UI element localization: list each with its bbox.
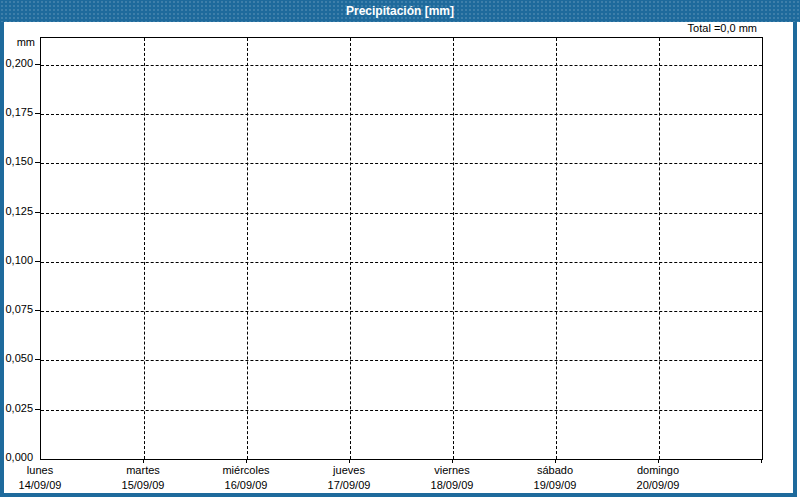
x-category-label: viernes18/09/09 — [401, 463, 504, 493]
y-axis-tick — [35, 212, 40, 213]
h-gridline — [41, 114, 762, 115]
x-category-date: 14/09/09 — [0, 478, 92, 493]
y-axis-tick — [35, 64, 40, 65]
y-tick-label: 0,100 — [0, 254, 33, 266]
x-category-date: 17/09/09 — [298, 478, 401, 493]
x-category-day: martes — [92, 463, 195, 478]
x-category-day: miércoles — [195, 463, 298, 478]
chart-window: Precipitación [mm] Total =0,0 mm mm 0,20… — [0, 0, 800, 500]
x-category-label: sábado19/09/09 — [504, 463, 607, 493]
v-gridline — [144, 38, 145, 459]
y-tick-label: 0,050 — [0, 352, 33, 364]
x-axis-tick — [349, 459, 350, 463]
y-tick-label: 0,150 — [0, 155, 33, 167]
h-gridline — [41, 213, 762, 214]
x-axis-tick — [761, 459, 762, 463]
y-axis-unit-label: mm — [0, 36, 35, 48]
x-category-label: lunes14/09/09 — [0, 463, 92, 493]
x-axis-tick — [143, 459, 144, 463]
h-gridline — [41, 262, 762, 263]
x-category-date: 20/09/09 — [607, 478, 710, 493]
x-axis-tick — [658, 459, 659, 463]
v-gridline — [659, 38, 660, 459]
x-category-day: lunes — [0, 463, 92, 478]
x-category-label: miércoles16/09/09 — [195, 463, 298, 493]
h-gridline — [41, 65, 762, 66]
h-gridline — [41, 163, 762, 164]
x-axis-tick — [555, 459, 556, 463]
x-category-date: 15/09/09 — [92, 478, 195, 493]
chart-title-bar: Precipitación [mm] — [0, 0, 800, 22]
chart-title: Precipitación [mm] — [346, 4, 454, 18]
x-category-label: jueves17/09/09 — [298, 463, 401, 493]
v-gridline — [453, 38, 454, 459]
y-axis-tick — [35, 162, 40, 163]
x-category-date: 18/09/09 — [401, 478, 504, 493]
y-tick-label: 0,175 — [0, 106, 33, 118]
window-frame-right — [793, 22, 797, 497]
x-category-day: viernes — [401, 463, 504, 478]
window-frame-bottom — [0, 493, 797, 497]
plot-area — [40, 37, 763, 460]
x-category-label: martes15/09/09 — [92, 463, 195, 493]
total-annotation: Total =0,0 mm — [688, 22, 757, 34]
y-tick-label: 0,125 — [0, 205, 33, 217]
x-category-day: sábado — [504, 463, 607, 478]
y-axis-tick — [35, 113, 40, 114]
y-tick-label: 0,025 — [0, 402, 33, 414]
y-axis-tick — [35, 359, 40, 360]
y-tick-label: 0,000 — [0, 451, 33, 463]
v-gridline — [350, 38, 351, 459]
y-axis-tick — [35, 310, 40, 311]
y-tick-label: 0,075 — [0, 303, 33, 315]
y-axis-tick — [35, 409, 40, 410]
x-category-date: 19/09/09 — [504, 478, 607, 493]
y-axis-tick — [35, 261, 40, 262]
x-category-label: domingo20/09/09 — [607, 463, 710, 493]
v-gridline — [247, 38, 248, 459]
h-gridline — [41, 360, 762, 361]
x-category-date: 16/09/09 — [195, 478, 298, 493]
x-axis-tick — [452, 459, 453, 463]
x-category-day: domingo — [607, 463, 710, 478]
v-gridline — [556, 38, 557, 459]
y-tick-label: 0,200 — [0, 57, 33, 69]
h-gridline — [41, 311, 762, 312]
x-axis-tick — [246, 459, 247, 463]
h-gridline — [41, 410, 762, 411]
x-category-day: jueves — [298, 463, 401, 478]
